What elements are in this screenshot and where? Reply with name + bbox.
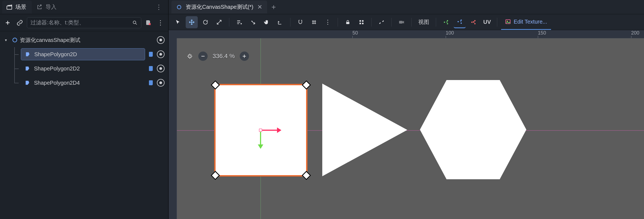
visibility-toggle[interactable] bbox=[157, 36, 165, 44]
scene-tab[interactable]: 资源化CanvasShape测试(*) ✕ bbox=[171, 1, 267, 13]
close-tab-button[interactable]: ✕ bbox=[257, 4, 263, 11]
scene-dock: 场景 导入 ⋮ 过滤器:名称、t:类型、 ⋮ ▾ bbox=[0, 0, 169, 219]
svg-rect-0 bbox=[7, 6, 12, 9]
tree-node-shapepolygon2d4[interactable]: ShapePolygon2D4 bbox=[0, 76, 168, 90]
script-icon[interactable] bbox=[147, 50, 155, 58]
tree-branch bbox=[11, 61, 19, 76]
center-view-button[interactable] bbox=[186, 53, 193, 60]
zoom-level[interactable]: 336.4 % bbox=[213, 53, 235, 60]
visibility-toggle[interactable] bbox=[157, 79, 165, 87]
svg-point-18 bbox=[461, 22, 462, 24]
lock-button[interactable] bbox=[342, 16, 354, 28]
tree-node-label: ShapePolygon2D4 bbox=[34, 80, 80, 86]
shape-triangle[interactable] bbox=[322, 84, 416, 176]
tree-root-label: 资源化canvasShape测试 bbox=[20, 36, 80, 44]
gizmo-x-arrow[interactable] bbox=[261, 130, 280, 131]
scene-tab-title: 资源化CanvasShape测试(*) bbox=[186, 3, 253, 11]
svg-rect-9 bbox=[360, 22, 361, 24]
script-remove-button[interactable] bbox=[143, 18, 153, 28]
tab-import-label: 导入 bbox=[46, 3, 57, 11]
scale-tool[interactable] bbox=[213, 16, 225, 28]
tab-scene-label: 场景 bbox=[15, 3, 26, 11]
script-icon[interactable] bbox=[147, 64, 155, 73]
gizmo-origin[interactable] bbox=[259, 129, 262, 132]
ruler-tick-label: 200 bbox=[631, 30, 639, 36]
polygon-edit-mode[interactable] bbox=[454, 16, 466, 28]
viewport-area: 资源化CanvasShape测试(*) ✕ + ⋮ 视图 + UV bbox=[169, 0, 644, 219]
zoom-in-button[interactable]: + bbox=[240, 52, 249, 61]
polygon2d-icon bbox=[24, 51, 31, 58]
rotate-tool[interactable] bbox=[199, 16, 211, 28]
move-tool[interactable] bbox=[186, 16, 198, 28]
svg-rect-6 bbox=[346, 22, 349, 24]
svg-marker-25 bbox=[420, 80, 526, 179]
filter-input[interactable]: 过滤器:名称、t:类型、 bbox=[27, 17, 141, 28]
node2d-icon bbox=[12, 37, 18, 43]
svg-point-19 bbox=[471, 21, 473, 23]
chevron-down-icon[interactable]: ▾ bbox=[5, 38, 10, 42]
polygon2d-icon bbox=[24, 65, 31, 72]
svg-point-2 bbox=[13, 38, 17, 42]
tree-root-node[interactable]: ▾ 资源化canvasShape测试 bbox=[0, 33, 168, 47]
polygon-create-mode[interactable]: + bbox=[440, 16, 452, 28]
zoom-out-button[interactable]: − bbox=[198, 52, 208, 61]
view-menu[interactable]: 视图 bbox=[416, 18, 432, 26]
group-button[interactable] bbox=[355, 16, 368, 28]
svg-point-12 bbox=[444, 21, 445, 23]
scene-tabs: 资源化CanvasShape测试(*) ✕ + bbox=[169, 0, 644, 14]
svg-point-21 bbox=[474, 23, 476, 24]
tree-branch bbox=[11, 76, 19, 90]
bone-button[interactable] bbox=[375, 16, 388, 28]
tab-import[interactable]: 导入 bbox=[32, 1, 62, 13]
ruler-horizontal[interactable]: 50 100 150 200 bbox=[177, 30, 644, 38]
polygon-delete-mode[interactable] bbox=[467, 16, 479, 28]
visibility-toggle[interactable] bbox=[157, 50, 165, 58]
tree-node-shapepolygon2d[interactable]: ShapePolygon2D bbox=[0, 47, 168, 61]
svg-point-23 bbox=[507, 21, 508, 22]
svg-point-16 bbox=[457, 21, 459, 22]
viewport-toolbar: ⋮ 视图 + UV Edit Texture... bbox=[169, 14, 644, 30]
select-tool[interactable] bbox=[172, 16, 184, 28]
edit-texture-button[interactable]: Edit Texture... bbox=[501, 14, 551, 30]
snap-options[interactable]: ⋮ bbox=[322, 16, 334, 28]
svg-marker-24 bbox=[322, 84, 407, 176]
tree-branch bbox=[11, 47, 19, 61]
visibility-toggle[interactable] bbox=[157, 64, 165, 73]
link-button[interactable] bbox=[15, 18, 25, 28]
pan-tool[interactable] bbox=[261, 16, 273, 28]
pivot-tool[interactable] bbox=[247, 16, 259, 28]
svg-point-1 bbox=[133, 21, 136, 24]
grid-snap-toggle[interactable] bbox=[308, 16, 320, 28]
viewport-overlay-controls: − 336.4 % + bbox=[186, 52, 249, 61]
tree-node-label: ShapePolygon2D bbox=[34, 51, 77, 58]
list-select-tool[interactable] bbox=[233, 16, 245, 28]
script-icon[interactable] bbox=[147, 79, 155, 87]
search-icon bbox=[132, 20, 138, 25]
add-scene-tab-button[interactable]: + bbox=[268, 2, 279, 13]
gizmo-y-arrow[interactable] bbox=[260, 130, 261, 148]
tree-node-shapepolygon2d2[interactable]: ShapePolygon2D2 bbox=[0, 61, 168, 76]
ruler-vertical[interactable] bbox=[169, 38, 177, 219]
scene-tree: ▾ 资源化canvasShape测试 ShapePolygon2D bbox=[0, 31, 168, 219]
svg-text:+: + bbox=[446, 20, 448, 23]
dock-tabs: 场景 导入 ⋮ bbox=[0, 0, 168, 14]
scene-toolbar: 过滤器:名称、t:类型、 ⋮ bbox=[0, 14, 168, 31]
shape-hexagon[interactable] bbox=[420, 80, 526, 179]
filter-placeholder: 过滤器:名称、t:类型、 bbox=[30, 19, 132, 26]
uv-button[interactable]: UV bbox=[481, 16, 493, 28]
add-node-button[interactable] bbox=[3, 18, 13, 28]
svg-rect-10 bbox=[362, 22, 364, 24]
snap-toggle[interactable] bbox=[294, 16, 306, 28]
scene-toolbar-menu[interactable]: ⋮ bbox=[156, 18, 165, 28]
tab-scene[interactable]: 场景 bbox=[2, 1, 32, 13]
ruler-tool[interactable] bbox=[274, 16, 286, 28]
svg-point-20 bbox=[474, 20, 476, 21]
canvas[interactable]: − 336.4 % + bbox=[177, 38, 644, 219]
dock-menu-button[interactable]: ⋮ bbox=[152, 2, 166, 13]
ruler-tick-label: 100 bbox=[446, 30, 454, 36]
camera-button[interactable] bbox=[396, 16, 408, 28]
svg-rect-7 bbox=[360, 20, 361, 22]
tree-node-label: ShapePolygon2D2 bbox=[34, 66, 80, 72]
viewport[interactable]: 50 100 150 200 − 336.4 % + bbox=[169, 30, 644, 219]
svg-rect-8 bbox=[362, 20, 364, 22]
